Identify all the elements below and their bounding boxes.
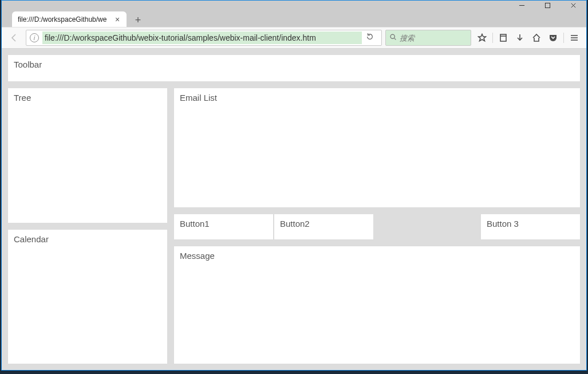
- window-titlebar: [2, 1, 586, 10]
- toolbar-label: Toolbar: [14, 60, 42, 69]
- nav-toolbar: i file:///D:/workspaceGithub/webix-tutor…: [2, 27, 586, 49]
- button-2-label: Button2: [280, 219, 310, 229]
- svg-point-4: [390, 34, 394, 38]
- calendar-panel: Calendar: [7, 229, 168, 365]
- browser-tab[interactable]: file:///D:/workspaceGithub/we ×: [12, 11, 127, 27]
- pocket-icon[interactable]: [546, 30, 561, 46]
- button-2[interactable]: Button2: [274, 214, 374, 240]
- button-1-label: Button1: [180, 219, 210, 229]
- calendar-label: Calendar: [14, 234, 49, 244]
- buttons-spacer: [374, 214, 480, 240]
- window-minimize-button[interactable]: [509, 1, 535, 10]
- bookmark-star-icon[interactable]: [475, 30, 490, 46]
- reload-button[interactable]: [362, 33, 378, 43]
- back-button[interactable]: [6, 30, 22, 46]
- email-list-label: Email List: [180, 93, 217, 103]
- window-close-button[interactable]: [561, 1, 586, 10]
- search-box[interactable]: [385, 30, 471, 46]
- menu-icon[interactable]: [567, 30, 582, 46]
- window-maximize-button[interactable]: [535, 1, 561, 10]
- new-tab-button[interactable]: +: [130, 13, 146, 27]
- button-1[interactable]: Button1: [173, 214, 274, 240]
- toolbar-right-icons: [475, 30, 582, 46]
- button-3-label: Button 3: [487, 219, 519, 229]
- email-list-panel: Email List: [173, 88, 581, 208]
- tab-close-icon[interactable]: ×: [113, 15, 122, 24]
- svg-line-5: [394, 38, 396, 40]
- tab-title: file:///D:/workspaceGithub/we: [18, 15, 113, 23]
- download-icon[interactable]: [512, 30, 527, 46]
- home-icon[interactable]: [529, 30, 544, 46]
- page-viewport: Toolbar Tree Calendar Email List: [2, 49, 586, 370]
- message-panel: Message: [173, 246, 581, 364]
- site-info-icon[interactable]: i: [30, 33, 39, 42]
- tab-strip: file:///D:/workspaceGithub/we × +: [2, 10, 586, 27]
- browser-window: file:///D:/workspaceGithub/we × + i file…: [1, 0, 587, 371]
- main-row: Tree Calendar Email List Button1: [7, 88, 581, 364]
- tree-panel: Tree: [7, 88, 168, 223]
- toolbar-panel: Toolbar: [7, 54, 581, 82]
- right-column: Email List Button1 Button2 Button 3: [173, 88, 581, 364]
- svg-rect-7: [500, 34, 506, 41]
- svg-marker-6: [479, 34, 486, 41]
- search-icon: [389, 33, 397, 43]
- message-label: Message: [180, 251, 215, 261]
- address-text: file:///D:/workspaceGithub/webix-tutoria…: [42, 32, 362, 44]
- svg-rect-1: [545, 3, 550, 7]
- left-column: Tree Calendar: [7, 88, 168, 364]
- buttons-row: Button1 Button2 Button 3: [173, 214, 581, 240]
- toolbar-separator: [492, 33, 493, 43]
- app-layout: Toolbar Tree Calendar Email List: [7, 54, 581, 364]
- tree-label: Tree: [14, 93, 31, 103]
- address-bar[interactable]: i file:///D:/workspaceGithub/webix-tutor…: [26, 30, 382, 46]
- library-icon[interactable]: [496, 30, 511, 46]
- button-3[interactable]: Button 3: [480, 214, 581, 240]
- toolbar-separator: [563, 33, 564, 43]
